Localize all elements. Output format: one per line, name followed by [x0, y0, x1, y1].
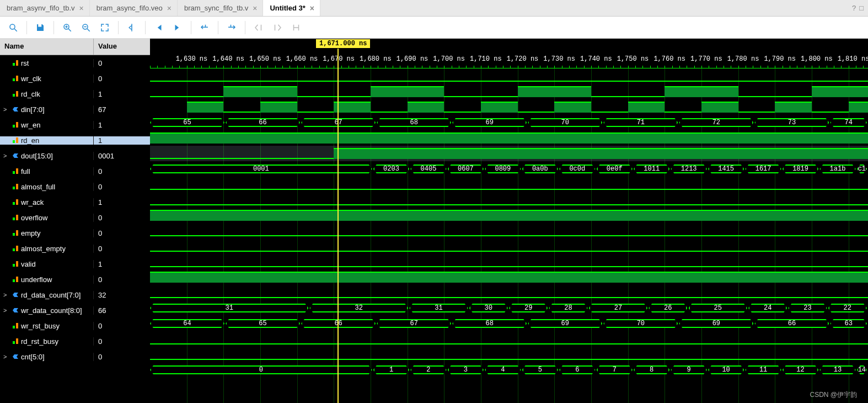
tab-2[interactable]: bram_sync_fifo_tb.v× [178, 0, 264, 16]
next-marker-icon[interactable] [269, 19, 286, 36]
bus-segment: 74 [830, 118, 867, 127]
go-start-icon[interactable] [150, 19, 168, 36]
signal-row-almost-empty[interactable]: almost_empty0 [0, 241, 150, 256]
bus-segment: 9 [671, 365, 706, 374]
cursor-line[interactable] [337, 39, 339, 403]
svg-rect-28 [16, 230, 18, 236]
prev-marker-icon[interactable] [250, 19, 267, 36]
tab-1[interactable]: bram_async_fifo.veo× [90, 0, 178, 16]
signal-row-rd-data-count-7-0-[interactable]: >rd_data_count[7:0]32 [0, 287, 150, 303]
bus-segment: 14 [857, 365, 867, 374]
signal-row-wr-rst-busy[interactable]: wr_rst_busy0 [0, 318, 150, 333]
close-icon[interactable]: × [253, 4, 257, 13]
wave-row-empty[interactable] [150, 238, 868, 254]
cursor-label[interactable]: 1,671.000 ns [315, 39, 371, 49]
wave-row-rd-en[interactable] [150, 146, 868, 161]
svg-rect-31 [13, 264, 15, 267]
signal-row-wr-en[interactable]: wr_en1 [0, 117, 150, 132]
bus-value: 24 [764, 304, 771, 312]
signal-row-almost-full[interactable]: almost_full0 [0, 179, 150, 194]
signal-row-overflow[interactable]: overflow0 [0, 210, 150, 225]
signal-row-wr-ack[interactable]: wr_ack1 [0, 194, 150, 210]
signal-row-rd-rst-busy[interactable]: rd_rst_busy0 [0, 333, 150, 349]
help-icon[interactable]: ? [852, 4, 856, 12]
signal-row-rd-clk[interactable]: rd_clk1 [0, 86, 150, 102]
time-ruler[interactable]: 1,630 ns1,640 ns1,650 ns1,660 ns1,670 ns… [150, 55, 868, 68]
tab-label: Untitled 3* [270, 4, 305, 12]
bus-value: 1011 [644, 165, 660, 173]
wave-row-dout-15-0-[interactable]: 000102030405060708090a0b0c0d0e0f10111213… [150, 161, 868, 177]
signal-row-wr-data-count-8-0-[interactable]: >wr_data_count[8:0]66 [0, 303, 150, 318]
zoom-in-icon[interactable] [58, 19, 76, 36]
swap-marker-icon[interactable] [287, 19, 305, 36]
search-icon[interactable] [4, 19, 22, 36]
wave-row-rd-clk[interactable] [150, 99, 868, 115]
goto-cursor-icon[interactable] [123, 19, 141, 36]
close-icon[interactable]: × [310, 4, 314, 13]
bus-value: 11 [759, 366, 767, 374]
signal-row-din-7-0-[interactable]: >din[7:0]67 [0, 102, 150, 117]
next-transition-icon[interactable] [223, 19, 240, 36]
wave-row-cnt-5-0-[interactable]: 01234567891011121314 [150, 362, 868, 378]
bus-segment: 11 [745, 365, 781, 374]
signal-row-full[interactable]: full0 [0, 163, 150, 179]
header-value[interactable]: Value [94, 39, 150, 55]
tab-0[interactable]: bram_asynv_fifo_tb.v× [0, 0, 90, 16]
wave-row-wr-en[interactable] [150, 130, 868, 146]
save-icon[interactable] [31, 19, 49, 36]
bus-segment: 69 [452, 118, 527, 127]
bus-segment: 1819 [783, 165, 818, 173]
svg-rect-26 [16, 215, 18, 220]
expand-icon[interactable]: > [3, 152, 10, 159]
bus-segment: 0 [150, 365, 372, 374]
ruler-tick: 1,740 ns [580, 55, 612, 63]
expand-icon[interactable]: > [3, 353, 10, 360]
signal-row-wr-clk[interactable]: wr_clk0 [0, 71, 150, 86]
separator [118, 21, 119, 34]
wave-row-wr-clk[interactable] [150, 84, 868, 99]
zoom-fit-icon[interactable] [96, 19, 114, 36]
expand-icon[interactable]: > [3, 307, 10, 314]
wave-row-underflow[interactable] [150, 285, 868, 300]
bit-signal-icon [12, 338, 19, 344]
expand-icon[interactable]: > [3, 291, 10, 298]
close-icon[interactable]: × [167, 4, 172, 13]
signal-row-empty[interactable]: empty0 [0, 225, 150, 241]
wave-row-rst[interactable] [150, 68, 868, 84]
header-name[interactable]: Name [0, 39, 94, 55]
svg-rect-11 [13, 78, 15, 81]
wave-row-din-7-0-[interactable]: 65666768697071727374 [150, 115, 868, 130]
close-icon[interactable]: × [79, 4, 84, 13]
signal-row-rst[interactable]: rst0 [0, 55, 150, 71]
wave-row-almost-empty[interactable] [150, 254, 868, 269]
wave-row-wr-rst-busy[interactable] [150, 331, 868, 347]
signal-value: 1 [94, 90, 150, 98]
signal-name: empty [21, 229, 40, 237]
zoom-out-icon[interactable] [77, 19, 95, 36]
prev-transition-icon[interactable] [196, 19, 213, 36]
tab-3[interactable]: Untitled 3*× [263, 0, 320, 16]
bus-value: 0405 [421, 165, 437, 173]
wave-row-almost-full[interactable] [150, 192, 868, 208]
wave-row-valid[interactable] [150, 269, 868, 285]
wave-row-wr-ack[interactable] [150, 208, 868, 223]
wave-row-wr-data-count-8-0-[interactable]: 64656667686970696663 [150, 316, 868, 331]
wave-row-rd-data-count-7-0-[interactable]: 313231302928272625242322 [150, 300, 868, 316]
ruler-tick: 1,720 ns [507, 55, 539, 63]
signal-row-cnt-5-0-[interactable]: >cnt[5:0]0 [0, 349, 150, 364]
signal-row-valid[interactable]: valid1 [0, 256, 150, 272]
signal-row-underflow[interactable]: underflow0 [0, 272, 150, 287]
signal-name: rd_data_count[7:0] [21, 291, 81, 299]
svg-rect-36 [16, 323, 18, 328]
bus-signal-icon [12, 307, 19, 314]
signal-row-dout-15-0-[interactable]: >dout[15:0]0001 [0, 148, 150, 163]
bus-value: 1a1b [830, 165, 846, 173]
go-end-icon[interactable] [169, 19, 186, 36]
wave-row-full[interactable] [150, 177, 868, 192]
waveform-area[interactable]: 1,671.000 ns 1,630 ns1,640 ns1,650 ns1,6… [150, 39, 868, 403]
signal-row-rd-en[interactable]: rd_en1 [0, 132, 150, 148]
wave-row-rd-rst-busy[interactable] [150, 347, 868, 362]
wave-row-overflow[interactable] [150, 223, 868, 238]
expand-icon[interactable]: > [3, 106, 10, 113]
maximize-icon[interactable]: □ [859, 4, 864, 12]
